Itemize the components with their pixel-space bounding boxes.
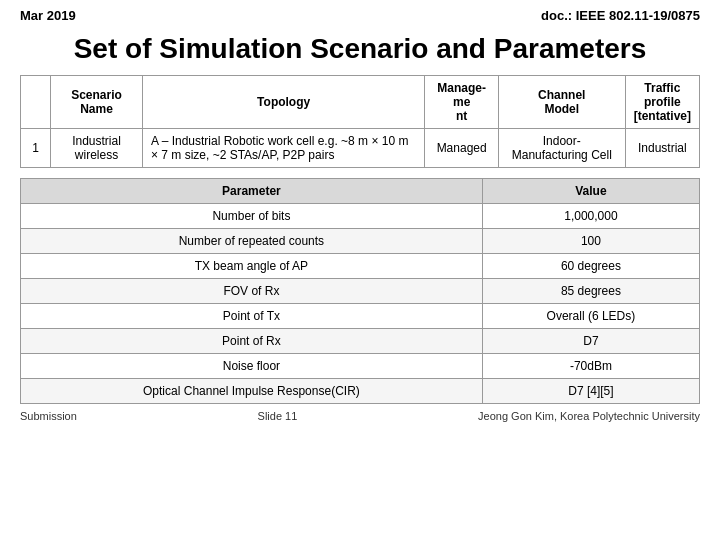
- param-value: -70dBm: [482, 354, 699, 379]
- param-name: Number of repeated counts: [21, 229, 483, 254]
- footer-submission: Submission: [20, 410, 77, 422]
- footer-author: Jeong Gon Kim, Korea Polytechnic Univers…: [478, 410, 700, 422]
- doc-ref-label: doc.: IEEE 802.11-19/0875: [541, 8, 700, 23]
- param-value: Overall (6 LEDs): [482, 304, 699, 329]
- param-name: Optical Channel Impulse Response(CIR): [21, 379, 483, 404]
- params-row: Number of bits1,000,000: [21, 204, 700, 229]
- param-value: 60 degrees: [482, 254, 699, 279]
- params-row: Point of RxD7: [21, 329, 700, 354]
- param-value: 1,000,000: [482, 204, 699, 229]
- param-name: FOV of Rx: [21, 279, 483, 304]
- param-value: 85 degrees: [482, 279, 699, 304]
- table-row: 1 Industrial wireless A – Industrial Rob…: [21, 129, 700, 168]
- row-channel-model: Indoor-Manufacturing Cell: [498, 129, 625, 168]
- col-topology: Topology: [142, 76, 424, 129]
- params-row: FOV of Rx85 degrees: [21, 279, 700, 304]
- footer-slide: Slide 11: [258, 410, 298, 422]
- col-management: Manage­ment: [425, 76, 499, 129]
- row-scenario-name: Industrial wireless: [51, 129, 143, 168]
- scenario-table: Scenario Name Topology Manage­ment Chann…: [20, 75, 700, 168]
- param-name: Number of bits: [21, 204, 483, 229]
- col-traffic-profile: Trafficprofile[tentative]: [625, 76, 699, 129]
- params-col-value: Value: [482, 179, 699, 204]
- params-row: Optical Channel Impulse Response(CIR)D7 …: [21, 379, 700, 404]
- col-channel-model: ChannelModel: [498, 76, 625, 129]
- params-row: Noise floor-70dBm: [21, 354, 700, 379]
- params-row: Number of repeated counts100: [21, 229, 700, 254]
- col-num: [21, 76, 51, 129]
- param-value: D7 [4][5]: [482, 379, 699, 404]
- row-traffic: Industrial: [625, 129, 699, 168]
- param-name: TX beam angle of AP: [21, 254, 483, 279]
- params-row: TX beam angle of AP60 degrees: [21, 254, 700, 279]
- param-name: Point of Rx: [21, 329, 483, 354]
- param-value: 100: [482, 229, 699, 254]
- col-scenario-name: Scenario Name: [51, 76, 143, 129]
- date-label: Mar 2019: [20, 8, 76, 23]
- param-name: Point of Tx: [21, 304, 483, 329]
- params-row: Point of TxOverall (6 LEDs): [21, 304, 700, 329]
- param-value: D7: [482, 329, 699, 354]
- row-management: Managed: [425, 129, 499, 168]
- row-num: 1: [21, 129, 51, 168]
- param-name: Noise floor: [21, 354, 483, 379]
- params-table: Parameter Value Number of bits1,000,000N…: [20, 178, 700, 404]
- params-col-param: Parameter: [21, 179, 483, 204]
- row-topology: A – Industrial Robotic work cell e.g. ~8…: [142, 129, 424, 168]
- page-title: Set of Simulation Scenario and Parameter…: [0, 27, 720, 75]
